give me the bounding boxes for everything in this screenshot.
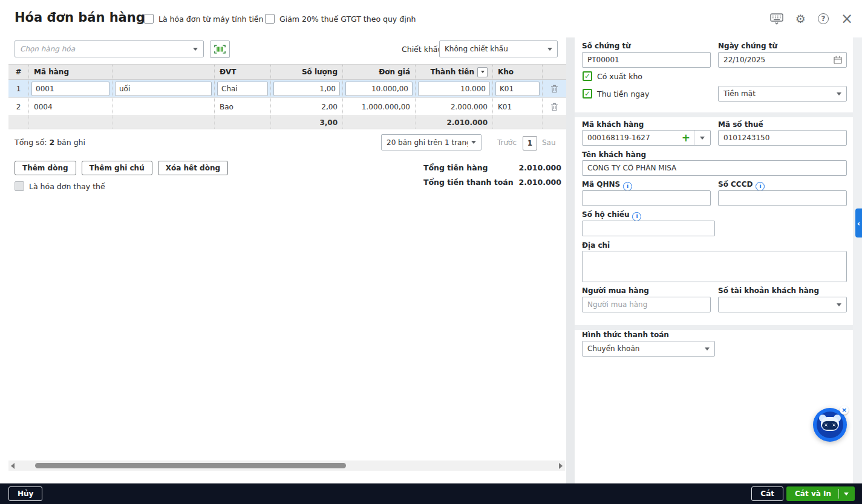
row-no: 2 bbox=[8, 98, 29, 115]
doc-no-input[interactable] bbox=[582, 52, 711, 68]
delete-row-button[interactable] bbox=[550, 85, 558, 93]
table-row: 1 bbox=[8, 80, 566, 98]
customer-account-select[interactable] bbox=[718, 297, 847, 312]
prev-page-button[interactable]: Trước bbox=[497, 138, 517, 147]
replace-invoice-checkbox[interactable] bbox=[15, 181, 24, 191]
trash-icon bbox=[550, 103, 558, 111]
discount-select[interactable]: Không chiết khấu bbox=[439, 40, 558, 57]
passport-input[interactable] bbox=[582, 221, 715, 236]
discount-value: Không chiết khấu bbox=[445, 45, 544, 53]
item-qty-cell[interactable]: 2,00 bbox=[271, 98, 343, 115]
customer-account-label: Số tài khoản khách hàng bbox=[718, 286, 819, 295]
add-customer-icon[interactable]: + bbox=[678, 133, 694, 143]
discount-label: Chiết khấu bbox=[402, 45, 442, 54]
qhns-code-input[interactable] bbox=[582, 190, 711, 206]
item-amount-cell[interactable]: 2.000.000 bbox=[416, 98, 493, 115]
collect-method-select[interactable]: Tiền mặt bbox=[718, 86, 847, 102]
customer-code-dropdown-button[interactable] bbox=[694, 131, 710, 145]
export-warehouse-checkbox[interactable]: ✓ bbox=[583, 71, 592, 81]
cancel-button[interactable]: Hủy bbox=[8, 486, 42, 501]
close-icon[interactable]: × bbox=[841, 13, 853, 24]
collect-now-checkbox[interactable]: ✓ bbox=[583, 89, 592, 99]
payment-method-label: Hình thức thanh toán bbox=[582, 331, 669, 339]
chatbot-widget: × bbox=[813, 408, 847, 442]
line-action-buttons: Thêm dòng Thêm ghi chú Xóa hết dòng bbox=[15, 161, 228, 175]
customer-code-input[interactable] bbox=[583, 134, 678, 142]
item-price-input[interactable] bbox=[345, 82, 413, 96]
item-code-input[interactable] bbox=[31, 82, 109, 96]
page-size-select[interactable]: 20 bản ghi trên 1 trang bbox=[381, 134, 482, 150]
keyboard-shortcut-icon[interactable] bbox=[770, 13, 783, 25]
scroll-right-arrow[interactable] bbox=[559, 463, 563, 469]
item-name-input[interactable] bbox=[115, 82, 212, 96]
calendar-icon[interactable] bbox=[834, 56, 842, 64]
cut-and-print-button[interactable]: Cắt và In bbox=[786, 486, 855, 501]
delete-row-button[interactable] bbox=[550, 103, 558, 111]
address-textarea[interactable] bbox=[582, 251, 847, 282]
info-icon[interactable]: i bbox=[623, 182, 632, 191]
page-title: Hóa đơn bán hàng bbox=[15, 10, 145, 25]
item-name-cell[interactable] bbox=[113, 98, 215, 115]
record-count-label: Tổng số: bbox=[15, 138, 47, 147]
collapse-panel-button[interactable]: ‹ bbox=[855, 208, 862, 237]
cccd-input[interactable] bbox=[718, 190, 847, 206]
col-header-qty: Số lượng bbox=[271, 65, 343, 79]
doc-date-field bbox=[718, 52, 847, 68]
item-price-cell[interactable]: 1.000.000,00 bbox=[343, 98, 416, 115]
customer-name-input[interactable] bbox=[582, 160, 847, 176]
product-picker-combobox[interactable] bbox=[15, 40, 204, 57]
item-warehouse-input[interactable] bbox=[495, 82, 540, 96]
chevron-down-icon bbox=[471, 141, 476, 144]
col-header-amount-label: Thành tiền bbox=[430, 68, 474, 76]
item-qty-input[interactable] bbox=[273, 82, 340, 96]
cut-and-print-label: Cắt và In bbox=[795, 489, 831, 498]
settings-gear-icon[interactable]: ⚙ bbox=[795, 12, 806, 25]
qty-total: 3,00 bbox=[271, 116, 343, 129]
button-divider bbox=[838, 489, 839, 499]
trash-icon bbox=[550, 85, 558, 93]
item-unit-cell[interactable]: Bao bbox=[215, 98, 271, 115]
chevron-down-icon[interactable] bbox=[844, 493, 849, 496]
doc-no-label: Số chứng từ bbox=[582, 42, 631, 50]
chevron-down-icon bbox=[837, 92, 841, 95]
customer-code-combobox[interactable]: + bbox=[582, 130, 711, 146]
tax-code-input[interactable] bbox=[718, 130, 847, 146]
barcode-icon bbox=[214, 44, 226, 54]
window-header: Hóa đơn bán hàng Là hóa đơn từ máy tính … bbox=[0, 0, 862, 37]
item-warehouse-cell[interactable]: K01 bbox=[493, 98, 543, 115]
info-icon[interactable]: i bbox=[632, 212, 641, 221]
help-icon[interactable]: ? bbox=[818, 13, 829, 24]
buyer-input[interactable] bbox=[582, 297, 711, 312]
chatbot-icon bbox=[817, 412, 843, 438]
next-page-button[interactable]: Sau bbox=[542, 138, 556, 147]
customer-code-label: Mã khách hàng bbox=[582, 120, 644, 129]
chatbot-close-icon[interactable]: × bbox=[840, 405, 849, 415]
add-row-button[interactable]: Thêm dòng bbox=[15, 161, 76, 175]
buyer-label: Người mua hàng bbox=[582, 286, 649, 295]
scrollbar-thumb[interactable] bbox=[35, 463, 346, 468]
section-divider bbox=[575, 112, 853, 117]
sales-invoice-window: Hóa đơn bán hàng Là hóa đơn từ máy tính … bbox=[0, 0, 862, 504]
item-unit-input[interactable] bbox=[217, 82, 268, 96]
add-note-button[interactable]: Thêm ghi chú bbox=[82, 161, 152, 175]
table-header-row: # Mã hàng ĐVT Số lượng Đơn giá Thành tiề… bbox=[8, 64, 566, 80]
barcode-scan-button[interactable] bbox=[210, 40, 230, 58]
item-code-cell[interactable]: 0004 bbox=[29, 98, 113, 115]
address-label: Địa chỉ bbox=[582, 241, 610, 250]
payment-method-select[interactable]: Chuyển khoản bbox=[582, 341, 715, 357]
cut-button[interactable]: Cắt bbox=[751, 486, 783, 501]
doc-date-input[interactable] bbox=[718, 52, 847, 68]
col-header-amount: Thành tiền bbox=[416, 65, 493, 79]
vat-reduction-checkbox[interactable] bbox=[265, 14, 275, 24]
current-page-box[interactable]: 1 bbox=[523, 136, 537, 150]
amount-column-filter-button[interactable] bbox=[477, 67, 488, 77]
horizontal-scrollbar bbox=[8, 460, 565, 471]
product-picker-input[interactable] bbox=[15, 42, 189, 56]
clear-rows-button[interactable]: Xóa hết dòng bbox=[158, 161, 228, 175]
invoice-lines-table: # Mã hàng ĐVT Số lượng Đơn giá Thành tiề… bbox=[8, 64, 566, 129]
export-warehouse-checkbox-group: ✓ Có xuất kho bbox=[583, 71, 642, 81]
info-icon[interactable]: i bbox=[756, 182, 765, 191]
item-amount-input[interactable] bbox=[418, 82, 490, 96]
scroll-left-arrow[interactable] bbox=[11, 463, 15, 469]
cash-register-checkbox[interactable] bbox=[144, 14, 154, 24]
